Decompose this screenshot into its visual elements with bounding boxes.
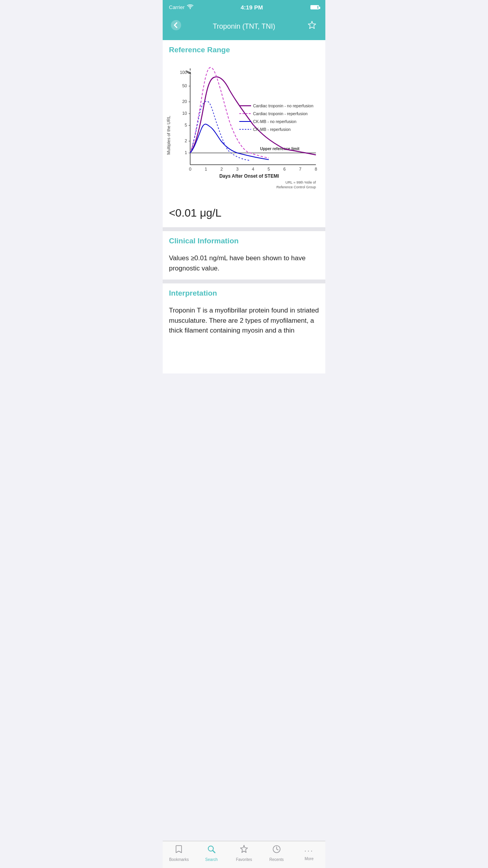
section-divider-2 (163, 280, 325, 283)
back-button[interactable] (169, 18, 183, 35)
svg-point-0 (171, 20, 181, 30)
svg-text:4: 4 (252, 167, 254, 171)
interpretation-text: Troponin T is a myofibrillar protein fou… (163, 300, 325, 342)
svg-text:7: 7 (299, 167, 301, 171)
svg-text:0: 0 (189, 167, 191, 171)
wifi-icon (187, 4, 193, 10)
troponin-chart: Multiples of the URL 100 50 20 (163, 61, 325, 194)
svg-text:Reference Control Group: Reference Control Group (276, 185, 316, 189)
svg-text:1: 1 (185, 150, 187, 155)
battery-icon (310, 5, 319, 9)
clinical-information-header: Clinical Information (163, 231, 325, 248)
interpretation-section: Interpretation Troponin T is a myofibril… (163, 283, 325, 373)
svg-text:20: 20 (182, 99, 187, 104)
svg-text:8: 8 (315, 167, 317, 171)
reference-range-header: Reference Range (163, 40, 325, 57)
status-right (310, 5, 319, 9)
status-bar: Carrier 4:19 PM (163, 0, 325, 14)
status-time: 4:19 PM (241, 4, 263, 11)
chart-container: Multiples of the URL 100 50 20 (163, 57, 325, 200)
svg-text:3: 3 (236, 167, 238, 171)
svg-text:5: 5 (185, 123, 187, 127)
carrier-label: Carrier (169, 4, 185, 10)
content: Reference Range Multiples of the URL 100 (163, 40, 325, 373)
svg-text:Cardiac troponin - no reperfus: Cardiac troponin - no reperfusion (253, 103, 314, 108)
page-title: Troponin (TNT, TNI) (183, 22, 305, 31)
reference-value: <0.01 μg/L (163, 200, 325, 227)
svg-text:CK-MB - no reperfusion: CK-MB - no reperfusion (253, 119, 296, 124)
svg-text:Multiples of the URL: Multiples of the URL (166, 116, 171, 154)
svg-text:CK-MB - reperfusion: CK-MB - reperfusion (253, 127, 291, 132)
svg-text:Cardiac troponin - reperfusion: Cardiac troponin - reperfusion (253, 111, 308, 116)
svg-text:5: 5 (268, 167, 270, 171)
status-left: Carrier (169, 4, 193, 10)
svg-text:2: 2 (220, 167, 223, 171)
svg-text:URL = 99th %tile of: URL = 99th %tile of (286, 180, 316, 184)
svg-text:10: 10 (182, 111, 187, 116)
svg-text:50: 50 (182, 83, 187, 88)
svg-text:2: 2 (185, 138, 187, 143)
clinical-information-text: Values ≥0.01 ng/mL have been shown to ha… (163, 248, 325, 280)
svg-text:6: 6 (283, 167, 286, 171)
svg-text:Days After Onset of STEMI: Days After Onset of STEMI (219, 173, 279, 179)
svg-text:1: 1 (205, 167, 207, 171)
interpretation-header: Interpretation (163, 283, 325, 300)
header: Troponin (TNT, TNI) (163, 14, 325, 40)
svg-text:100: 100 (180, 70, 187, 75)
section-divider-1 (163, 227, 325, 231)
clinical-information-section: Clinical Information Values ≥0.01 ng/mL … (163, 231, 325, 280)
reference-range-section: Reference Range Multiples of the URL 100 (163, 40, 325, 227)
favorite-button[interactable] (305, 18, 319, 35)
